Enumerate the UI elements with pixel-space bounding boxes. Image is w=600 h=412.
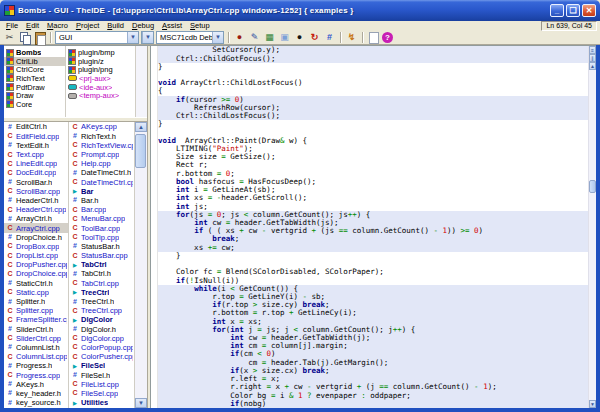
file-item[interactable]: CSliderCtrl.cpp — [4, 334, 68, 343]
build-method-combo[interactable]: MSC71cdb Debug ▼ — [156, 31, 224, 44]
lightning-icon[interactable]: ↯ — [345, 31, 358, 44]
file-item[interactable]: CToolTip.cpp — [69, 233, 134, 242]
file-item[interactable]: CStatusBar.cpp — [69, 251, 134, 260]
splitter-grip-icon[interactable]: ∥ — [589, 54, 596, 62]
code-line[interactable]: Size size = GetSize(); — [158, 153, 588, 161]
scrollbar-track[interactable] — [589, 70, 596, 400]
file-item[interactable]: CAKeys.cpp — [69, 122, 134, 131]
menu-item-project[interactable]: Project — [72, 21, 103, 31]
file-item[interactable]: CFileSel.cpp — [69, 389, 134, 398]
code-line[interactable]: Ctrl::ChildLostFocus(); — [158, 112, 588, 120]
chevron-down-icon[interactable]: ▼ — [127, 32, 138, 43]
maximize-button[interactable]: ❏ — [566, 4, 580, 17]
file-item[interactable]: CText.cpp — [4, 150, 68, 159]
file-item[interactable]: CFrameSplitter.cpp — [4, 315, 68, 324]
package-list[interactable]: BombsCtrlLibCtrlCoreRichTextPdfDrawDrawC… — [4, 46, 66, 117]
menu-item-edit[interactable]: Edit — [22, 21, 43, 31]
file-item[interactable]: #HeaderCtrl.h — [4, 196, 68, 205]
scrollbar-thumb[interactable] — [135, 134, 146, 168]
file-item[interactable]: #ArrayCtrl.h — [4, 214, 68, 223]
paste-icon[interactable] — [33, 31, 46, 44]
code-line[interactable]: void ArrayCtrl::ChildLostFocus() — [158, 79, 588, 87]
file-item[interactable]: CPrompt.cpp — [69, 150, 134, 159]
file-item[interactable]: #AKeys.h — [4, 380, 68, 389]
file-item[interactable]: #DateTimeCtrl.h — [69, 168, 134, 177]
file-item[interactable]: #ColumnList.h — [4, 343, 68, 352]
package-item[interactable]: Core — [4, 100, 65, 109]
menu-item-debug[interactable]: Debug — [128, 21, 158, 31]
file-item[interactable]: CDropChoice.cpp — [4, 269, 68, 278]
chevron-down-icon[interactable]: ▼ — [212, 32, 223, 43]
file-item[interactable]: CHelp.cpp — [69, 159, 134, 168]
blocks-icon[interactable]: ▦ — [263, 31, 276, 44]
file-item[interactable]: #Progress.h — [4, 361, 68, 370]
code-line[interactable]: } — [158, 120, 588, 128]
editor-scrollbar[interactable]: ≡ ∥ ▲ ▼ — [588, 46, 596, 408]
code-editor[interactable]: SetCursor(p.y); Ctrl::ChildGotFocus();}v… — [151, 46, 588, 408]
file-item[interactable]: CColumnList.cpp — [4, 352, 68, 361]
secondary-combo[interactable]: ▼ — [141, 31, 154, 44]
file-item[interactable]: CDropPusher.cpp — [4, 260, 68, 269]
file-item[interactable]: CBar.cpp — [69, 205, 134, 214]
titlebar[interactable]: Bombs - GUI - TheIDE - [d:\uppsrc\CtrlLi… — [0, 0, 600, 21]
package-file-item[interactable]: <temp-aux> — [66, 91, 135, 100]
code-line[interactable]: } — [158, 252, 588, 260]
file-item[interactable]: #key_source.h — [4, 398, 68, 407]
file-item[interactable]: CProgress.cpp — [4, 370, 68, 379]
menu-item-assist[interactable]: Assist — [158, 21, 186, 31]
file-item[interactable]: #TextEdit.h — [4, 141, 68, 150]
file-item[interactable]: CScrollBar.cpp — [4, 187, 68, 196]
refresh-icon[interactable]: ↻ — [308, 31, 321, 44]
file-item[interactable]: #key_header.h — [4, 389, 68, 398]
scrollbar-track[interactable] — [135, 132, 147, 398]
file-item[interactable]: #Bar.h — [69, 196, 134, 205]
file-list-column-2[interactable]: CAKeys.cpp#RichText.hCRichTextView.cppCP… — [69, 122, 135, 408]
file-item[interactable]: CToolBar.cpp — [69, 223, 134, 232]
file-item[interactable]: #TabCtrl.h — [69, 269, 134, 278]
code-line[interactable]: if(nobg) — [158, 400, 588, 408]
help-icon[interactable]: ? — [382, 32, 393, 43]
close-button[interactable]: ✕ — [582, 4, 596, 17]
scroll-down-icon[interactable]: ▼ — [135, 398, 147, 408]
scrollbar-thumb[interactable] — [589, 180, 596, 193]
package-item[interactable]: CtrlLib — [4, 57, 65, 66]
file-item[interactable]: CTabCtrl.cpp — [69, 279, 134, 288]
sphere-icon[interactable]: ● — [233, 31, 246, 44]
file-item[interactable]: CColorPopup.cpp — [69, 343, 134, 352]
file-item[interactable]: CColorPusher.cpp — [69, 352, 134, 361]
menu-item-build[interactable]: Build — [103, 21, 128, 31]
cut-icon[interactable]: ✂ — [3, 31, 16, 44]
code-lines[interactable]: SetCursor(p.y); Ctrl::ChildGotFocus();}v… — [158, 46, 588, 408]
file-item[interactable]: ▶DlgColor — [69, 315, 134, 324]
copy-icon[interactable] — [18, 31, 31, 44]
package-item[interactable]: RichText — [4, 74, 65, 83]
file-item[interactable]: CStatic.cpp — [4, 288, 68, 297]
packages-scrollbar[interactable] — [136, 46, 147, 117]
package-file-item[interactable]: plugin/z — [66, 57, 135, 66]
splitter-grip-icon[interactable]: ≡ — [589, 46, 596, 54]
package-file-item[interactable]: plugin/png — [66, 66, 135, 75]
file-item[interactable]: #SliderCtrl.h — [4, 325, 68, 334]
file-item[interactable]: ▶TreeCtrl — [69, 288, 134, 297]
file-item[interactable]: CHeaderCtrl.cpp — [4, 205, 68, 214]
file-item[interactable]: #Splitter.h — [4, 297, 68, 306]
package-file-item[interactable]: <prj-aux> — [66, 74, 135, 83]
package-item[interactable]: Bombs — [4, 48, 65, 57]
file-item[interactable]: #RichText.h — [69, 132, 134, 141]
file-item[interactable]: ▶Bar — [69, 187, 134, 196]
file-item[interactable]: CDateTimeCtrl.cpp — [69, 178, 134, 187]
package-item[interactable]: PdfDraw — [4, 83, 65, 92]
scroll-up-icon[interactable]: ▲ — [589, 62, 596, 70]
file-item[interactable]: CDlgColor.cpp — [69, 334, 134, 343]
code-line[interactable]: } — [158, 63, 588, 71]
menu-item-macro[interactable]: Macro — [43, 21, 72, 31]
package-files-list[interactable]: plugin/bmpplugin/zplugin/png<prj-aux><id… — [66, 46, 136, 117]
scroll-down-icon[interactable]: ▼ — [589, 400, 596, 408]
package-file-item[interactable]: plugin/bmp — [66, 48, 135, 57]
package-file-item[interactable]: <ide-aux> — [66, 83, 135, 92]
menu-item-setup[interactable]: Setup — [186, 21, 214, 31]
window-icon[interactable]: ▣ — [278, 31, 291, 44]
file-item[interactable]: CDropBox.cpp — [4, 242, 68, 251]
file-item[interactable]: ▶Utilities — [69, 398, 134, 407]
file-item[interactable]: #EditCtrl.h — [4, 122, 68, 131]
